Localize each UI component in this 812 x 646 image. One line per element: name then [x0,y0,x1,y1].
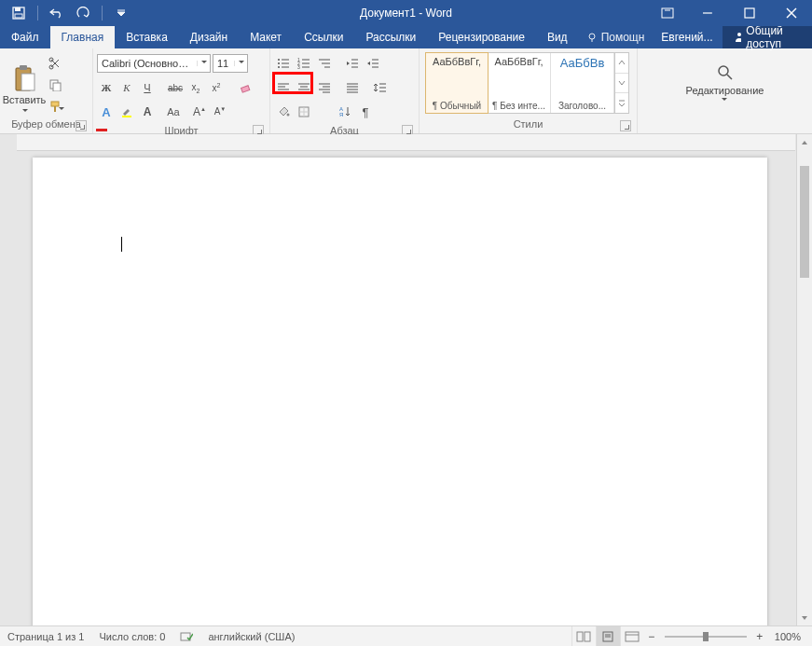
svg-text:3: 3 [297,64,300,69]
tell-me-search[interactable]: Помощн [579,31,653,44]
page[interactable] [33,158,767,625]
vertical-scrollbar[interactable] [796,134,812,625]
cut-button[interactable] [45,53,65,74]
style-no-spacing[interactable]: АаБбВвГг, ¶ Без инте... [488,53,551,113]
status-bar: Страница 1 из 1 Число слов: 0 английский… [0,625,812,646]
bold-button[interactable]: Ж [97,78,116,97]
subscript-button[interactable]: x2 [186,78,205,97]
editing-button[interactable]: Редактирование [679,63,772,103]
gallery-more-button[interactable] [615,93,628,113]
svg-rect-17 [53,83,61,91]
status-page[interactable]: Страница 1 из 1 [0,626,91,646]
zoom-out-button[interactable]: − [644,630,659,643]
clear-formatting-button[interactable] [237,78,255,97]
maximize-button[interactable] [728,0,770,26]
underline-button[interactable]: Ч [138,78,157,97]
increase-indent-button[interactable] [364,54,382,73]
line-spacing-button[interactable] [371,78,390,97]
styles-launcher[interactable] [620,120,631,131]
align-center-button[interactable] [295,78,313,97]
strikethrough-button[interactable]: abc [166,78,185,97]
format-painter-button[interactable] [45,96,65,117]
font-color-button[interactable]: A [138,103,157,121]
zoom-level[interactable]: 100% [767,626,812,646]
tab-insert[interactable]: Вставка [115,26,179,48]
share-icon [734,32,742,43]
tab-layout[interactable]: Макет [239,26,293,48]
undo-icon[interactable] [48,4,66,22]
ribbon-display-icon[interactable] [649,0,686,26]
style-preview: АаБбВвГг, [433,56,481,67]
read-mode-icon [576,631,591,642]
text-effects-button[interactable]: A [97,103,116,121]
scrollbar-thumb[interactable] [800,166,809,278]
read-mode-button[interactable] [571,626,596,646]
status-spellcheck[interactable] [172,626,200,646]
tab-mailings[interactable]: Рассылки [354,26,427,48]
justify-button[interactable] [343,78,362,97]
horizontal-ruler[interactable] [17,134,795,151]
indent-icon [366,58,379,69]
style-normal[interactable]: АаБбВвГг, ¶ Обычный [425,52,489,114]
multilevel-list-button[interactable] [315,54,334,73]
decrease-indent-button[interactable] [343,54,362,73]
font-size-combo[interactable]: 11 [213,54,248,73]
paste-button[interactable]: Вставить [4,50,45,117]
scroll-up-button[interactable] [797,134,812,150]
group-styles: АаБбВвГг, ¶ Обычный АаБбВвГг, ¶ Без инте… [420,48,638,133]
italic-button[interactable]: К [117,78,136,97]
print-layout-button[interactable] [596,626,620,646]
redo-icon[interactable] [74,4,92,22]
group-font: Calibri (Основной текст) 11 Ж К Ч abc x2… [93,48,270,133]
borders-button[interactable] [295,103,313,121]
editing-label: Редактирование [686,85,764,103]
align-left-button[interactable] [274,78,293,97]
change-case-button[interactable]: Aa [164,103,183,121]
scissors-icon [48,57,62,70]
superscript-button[interactable]: x2 [207,78,226,97]
qat-customize-icon[interactable] [112,4,131,22]
web-layout-button[interactable] [620,626,644,646]
share-button[interactable]: Общий доступ [723,26,812,48]
bullets-button[interactable] [274,54,293,73]
copy-button[interactable] [45,75,65,95]
shading-button[interactable] [274,103,293,121]
style-heading1[interactable]: АаБбВв Заголово... [551,53,614,113]
zoom-slider[interactable] [659,636,752,638]
highlight-button[interactable] [117,103,136,121]
sort-button[interactable]: AЯ [336,103,354,121]
tab-references[interactable]: Ссылки [293,26,354,48]
tab-home[interactable]: Главная [50,26,116,48]
show-marks-button[interactable]: ¶ [356,103,375,121]
svg-point-10 [737,33,741,36]
gallery-down-button[interactable] [615,74,628,94]
zoom-in-button[interactable]: + [752,630,767,643]
tab-review[interactable]: Рецензирование [427,26,536,48]
svg-rect-21 [122,116,131,117]
group-paragraph: 123 AЯ ¶ Абзац [270,48,420,133]
tab-design[interactable]: Дизайн [179,26,239,48]
style-name: ¶ Обычный [428,101,486,111]
multilevel-icon [318,58,331,69]
clipboard-icon [12,64,36,92]
font-name-combo[interactable]: Calibri (Основной текст) [97,54,211,73]
align-right-button[interactable] [315,78,334,97]
group-editing: Редактирование [638,48,812,133]
clipboard-launcher[interactable] [76,120,87,131]
text-caret [121,237,122,252]
numbering-button[interactable]: 123 [295,54,313,73]
save-icon[interactable] [9,4,28,22]
status-language[interactable]: английский (США) [200,626,302,646]
paste-label: Вставить [3,94,47,117]
shrink-font-button[interactable]: A▼ [211,103,229,121]
gallery-up-button[interactable] [615,53,628,74]
tab-file[interactable]: Файл [0,26,50,48]
close-button[interactable] [770,0,812,26]
scroll-down-button[interactable] [797,610,812,625]
status-words[interactable]: Число слов: 0 [91,626,172,646]
numbering-icon: 123 [297,58,310,69]
grow-font-button[interactable]: A▲ [190,103,209,121]
tab-view[interactable]: Вид [536,26,579,48]
account-user[interactable]: Евгений... [652,31,722,44]
minimize-button[interactable] [686,0,728,26]
